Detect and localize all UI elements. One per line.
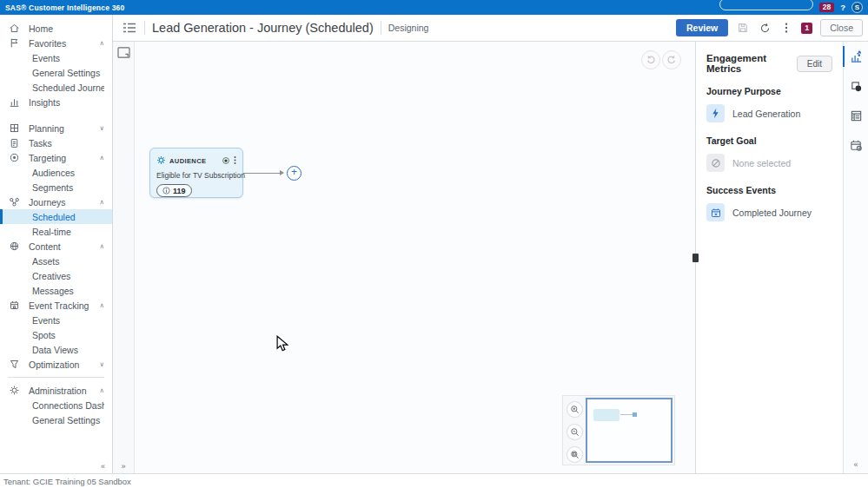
node-count: 119 bbox=[173, 187, 186, 195]
tenant-label: Tenant: GCIE Training 05 Sandbox bbox=[3, 477, 131, 486]
app-root: SAS® Customer Intelligence 360 28 ? S Ho… bbox=[0, 0, 868, 488]
sidebar-item-events[interactable]: Events bbox=[0, 50, 112, 65]
zoom-fit-button[interactable] bbox=[567, 446, 583, 463]
sidebar-item-optimization[interactable]: Optimization ∨ bbox=[0, 357, 112, 372]
refresh-icon[interactable] bbox=[758, 21, 772, 35]
goal-indicator-icon bbox=[222, 153, 230, 168]
edit-button[interactable]: Edit bbox=[797, 56, 832, 72]
sidebar-item-content[interactable]: Content ∧ bbox=[0, 239, 112, 254]
notifications-badge[interactable]: 28 bbox=[819, 3, 834, 12]
app-brand: SAS® Customer Intelligence 360 bbox=[5, 3, 124, 12]
target-goal-section: Target Goal None selected bbox=[706, 135, 832, 172]
sidebar-item-creatives[interactable]: Creatives bbox=[0, 268, 112, 283]
panel-resize-handle[interactable] bbox=[692, 254, 699, 262]
engagement-metrics-tab-icon[interactable] bbox=[848, 49, 864, 64]
none-selected-icon bbox=[706, 154, 725, 172]
chevron-down-icon: ∨ bbox=[100, 124, 105, 132]
sidebar-item-planning[interactable]: Planning ∨ bbox=[0, 121, 112, 135]
redo-button[interactable] bbox=[662, 50, 681, 69]
sidebar: Home Favorites ∧ Events General Settings… bbox=[0, 15, 113, 473]
sidebar-collapse-button[interactable]: « bbox=[101, 462, 105, 471]
review-button[interactable]: Review bbox=[676, 19, 728, 36]
kebab-menu-icon[interactable] bbox=[779, 21, 793, 35]
event-tracking-icon bbox=[8, 300, 20, 312]
schedule-settings-tab-icon[interactable] bbox=[848, 137, 864, 153]
minimap-viewport[interactable] bbox=[586, 398, 673, 463]
sidebar-item-home[interactable]: Home bbox=[0, 21, 112, 36]
sidebar-item-scheduled-journeys[interactable]: Scheduled Journeys bbox=[0, 80, 112, 95]
rail-collapse-button[interactable]: « bbox=[853, 460, 858, 469]
status-badge: Designing bbox=[388, 23, 429, 33]
minimap-panel bbox=[562, 395, 675, 465]
bottom-bar: Tenant: GCIE Training 05 Sandbox bbox=[0, 473, 868, 488]
sidebar-item-data-views[interactable]: Data Views bbox=[0, 342, 112, 357]
canvas-left-strip: » bbox=[113, 42, 135, 473]
sidebar-item-targeting[interactable]: Targeting ∧ bbox=[0, 150, 112, 165]
sidebar-item-events-tracking[interactable]: Events bbox=[0, 313, 112, 327]
chevron-down-icon: ∨ bbox=[100, 360, 105, 368]
minimap-add-node bbox=[633, 412, 637, 417]
content-icon bbox=[8, 241, 20, 253]
home-icon bbox=[8, 23, 20, 35]
journey-purpose-value: Lead Generation bbox=[732, 109, 800, 119]
administration-gear-icon bbox=[8, 385, 20, 397]
sidebar-item-journeys[interactable]: Journeys ∧ bbox=[0, 195, 112, 209]
sidebar-item-event-tracking[interactable]: Event Tracking ∧ bbox=[0, 298, 112, 313]
search-input[interactable] bbox=[719, 0, 813, 10]
page-header: Lead Generation - Journey (Scheduled) De… bbox=[113, 15, 868, 42]
annotations-tab-icon[interactable] bbox=[848, 78, 864, 94]
strip-expand-button[interactable]: » bbox=[113, 462, 134, 471]
save-icon[interactable] bbox=[736, 21, 750, 35]
sidebar-item-general-settings-admin[interactable]: General Settings bbox=[0, 412, 112, 427]
targeting-icon bbox=[8, 152, 20, 164]
optimization-icon bbox=[8, 359, 20, 371]
audience-node[interactable]: AUDIENCE Eligible for TV Subscription 1 bbox=[149, 148, 243, 198]
sidebar-item-insights[interactable]: Insights bbox=[0, 95, 112, 109]
right-icon-rail: « bbox=[843, 42, 868, 473]
details-table-tab-icon[interactable] bbox=[848, 108, 864, 123]
sidebar-item-spots[interactable]: Spots bbox=[0, 327, 112, 342]
sidebar-item-audiences[interactable]: Audiences bbox=[0, 165, 112, 180]
overview-frame-icon[interactable] bbox=[117, 47, 130, 58]
panel-title: Engagement Metrics bbox=[706, 53, 797, 74]
zoom-in-button[interactable] bbox=[567, 401, 583, 418]
sidebar-item-scheduled[interactable]: Scheduled bbox=[0, 209, 112, 224]
connector-edge bbox=[243, 173, 283, 174]
node-count-pill[interactable]: 119 bbox=[156, 184, 192, 197]
target-goal-value: None selected bbox=[732, 158, 791, 168]
sidebar-item-real-time[interactable]: Real-time bbox=[0, 224, 112, 239]
chevron-up-icon: ∧ bbox=[100, 386, 105, 394]
lightning-icon bbox=[706, 104, 725, 122]
sidebar-item-assets[interactable]: Assets bbox=[0, 254, 112, 268]
journey-canvas[interactable]: AUDIENCE Eligible for TV Subscription 1 bbox=[135, 42, 695, 473]
journey-list-icon[interactable] bbox=[122, 20, 137, 36]
avatar[interactable]: S bbox=[851, 2, 863, 13]
sidebar-item-general-settings[interactable]: General Settings bbox=[0, 65, 112, 80]
node-kebab-icon[interactable] bbox=[234, 153, 236, 168]
sidebar-item-messages[interactable]: Messages bbox=[0, 283, 112, 298]
undo-button[interactable] bbox=[641, 50, 660, 69]
chevron-up-icon: ∧ bbox=[100, 39, 105, 47]
chevron-up-icon: ∧ bbox=[100, 154, 105, 162]
success-events-value: Completed Journey bbox=[732, 208, 812, 218]
sidebar-item-connections-dashboard[interactable]: Connections Dashb… bbox=[0, 398, 112, 412]
journey-purpose-section: Journey Purpose Lead Generation bbox=[706, 86, 832, 122]
section-heading: Target Goal bbox=[706, 135, 832, 146]
sidebar-item-tasks[interactable]: Tasks bbox=[0, 135, 112, 150]
help-button[interactable]: ? bbox=[840, 3, 845, 12]
chevron-up-icon: ∧ bbox=[100, 198, 105, 206]
add-node-button[interactable]: + bbox=[287, 166, 301, 181]
info-icon bbox=[162, 187, 170, 195]
alert-count-badge[interactable]: 1 bbox=[801, 23, 812, 34]
close-button[interactable]: Close bbox=[820, 19, 863, 36]
sidebar-item-administration[interactable]: Administration ∧ bbox=[0, 383, 112, 398]
section-heading: Success Events bbox=[706, 185, 832, 195]
chevron-up-icon: ∧ bbox=[100, 301, 105, 309]
sidebar-item-segments[interactable]: Segments bbox=[0, 180, 112, 195]
audience-icon bbox=[156, 153, 166, 168]
zoom-out-button[interactable] bbox=[567, 424, 583, 440]
success-events-section: Success Events Completed Journey bbox=[706, 185, 832, 221]
minimap-edge bbox=[620, 414, 633, 415]
topbar: SAS® Customer Intelligence 360 28 ? S bbox=[0, 0, 868, 15]
sidebar-item-favorites[interactable]: Favorites ∧ bbox=[0, 36, 112, 50]
